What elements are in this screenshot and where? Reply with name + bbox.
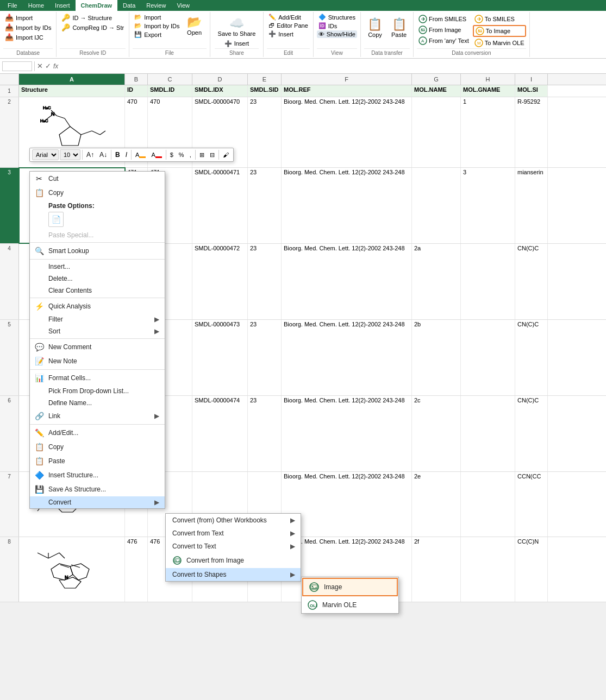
btn-import-ijc[interactable]: 📥 Import IJC bbox=[3, 33, 53, 42]
paste-option-1[interactable]: 📄 bbox=[48, 212, 64, 227]
cell-7-I[interactable]: CCN(CC bbox=[515, 472, 548, 537]
fmt-increase-size[interactable]: A↑ bbox=[84, 150, 96, 159]
cell-4-D[interactable]: SMDL-00000472 bbox=[192, 244, 248, 319]
ctx-convert-to-shapes[interactable]: Convert to Shapes ▶ bbox=[166, 568, 301, 581]
ctx-convert-from-text[interactable]: Convert from Text ▶ bbox=[166, 527, 301, 540]
font-family-select[interactable]: Arial bbox=[32, 149, 59, 160]
cell-7-F[interactable]: Bioorg. Med. Chem. Lett. 12(2)-2002 243-… bbox=[282, 472, 412, 537]
ctx-paste2[interactable]: 📋 Paste bbox=[30, 454, 165, 468]
ctx-convert-from-image[interactable]: Convert from Image bbox=[166, 553, 301, 568]
cell-8-I[interactable]: CC(C)N bbox=[515, 537, 548, 602]
fmt-decrease-size[interactable]: A↓ bbox=[97, 150, 109, 159]
btn-copy[interactable]: 📋 Copy bbox=[364, 15, 386, 40]
cell-4-H[interactable] bbox=[461, 244, 515, 319]
col-header-I[interactable]: I bbox=[515, 74, 548, 85]
ctx-add-edit[interactable]: ✏️ Add/Edit... bbox=[30, 426, 165, 440]
btn-file-export[interactable]: 💾 Export bbox=[133, 30, 181, 39]
cell-5-G[interactable]: 2b bbox=[412, 320, 461, 395]
cancel-formula-icon[interactable]: ✕ bbox=[37, 62, 43, 70]
btn-to-smiles[interactable]: To SMILES bbox=[473, 14, 526, 24]
cell-6-E[interactable]: 23 bbox=[248, 396, 282, 471]
cell-1-G[interactable]: MOL.NAME bbox=[412, 85, 461, 97]
col-header-D[interactable]: D bbox=[192, 74, 248, 85]
btn-file-import-ids[interactable]: 📂 Import by IDs bbox=[133, 22, 181, 30]
fmt-font-color[interactable]: A bbox=[149, 151, 164, 159]
ctx-shape-marvin-ole[interactable]: OLE Marvin OLE bbox=[302, 597, 398, 613]
ctx-new-comment[interactable]: 💬 New Comment bbox=[30, 340, 165, 354]
btn-import[interactable]: 📥 Import bbox=[3, 13, 53, 22]
ctx-copy[interactable]: 📋 Copy bbox=[30, 186, 165, 200]
fmt-paint[interactable]: 🖌 bbox=[221, 151, 231, 159]
cell-2-G[interactable] bbox=[412, 97, 461, 167]
btn-from-image[interactable]: From Image bbox=[417, 25, 471, 35]
cell-2-E[interactable]: 23 bbox=[248, 97, 282, 167]
cell-2-I[interactable]: R-95292 bbox=[515, 97, 548, 167]
fmt-borders[interactable]: ⊞ bbox=[197, 151, 207, 159]
confirm-formula-icon[interactable]: ✓ bbox=[45, 62, 51, 70]
ctx-convert-other-workbooks[interactable]: Convert (from) Other Workbooks ▶ bbox=[166, 514, 301, 527]
cell-3-H[interactable]: 3 bbox=[461, 168, 515, 243]
col-header-H[interactable]: H bbox=[461, 74, 515, 85]
cell-3-D[interactable]: SMDL-00000471 bbox=[192, 168, 248, 243]
ctx-define-name[interactable]: Define Name... bbox=[30, 397, 165, 409]
cell-8-G[interactable]: 2f bbox=[412, 537, 461, 602]
cell-5-H[interactable] bbox=[461, 320, 515, 395]
btn-ids[interactable]: 🆔 IDs bbox=[317, 22, 357, 30]
btn-edit-insert[interactable]: ➕ Insert bbox=[267, 30, 309, 38]
cell-1-B[interactable]: ID bbox=[125, 85, 148, 97]
ctx-delete[interactable]: Delete... bbox=[30, 273, 165, 285]
cell-3-E[interactable]: 23 bbox=[248, 168, 282, 243]
ribbon-tab-file[interactable]: File bbox=[2, 0, 23, 11]
fmt-percent[interactable]: % bbox=[177, 151, 186, 159]
btn-show-hide[interactable]: 👁 Show/Hide bbox=[317, 30, 357, 38]
btn-to-marvin-ole[interactable]: M To Marvin OLE bbox=[473, 38, 526, 48]
btn-file-import[interactable]: 📂 Import bbox=[133, 13, 181, 21]
fx-icon[interactable]: fx bbox=[53, 62, 58, 70]
row-num-2[interactable]: 2 bbox=[0, 97, 19, 167]
cell-1-I[interactable]: MOL.SI bbox=[515, 85, 548, 97]
btn-open[interactable]: 📂 Open bbox=[183, 13, 207, 38]
cell-1-D[interactable]: SMDL.IDX bbox=[192, 85, 248, 97]
ctx-paste-special[interactable]: Paste Special... bbox=[30, 229, 165, 241]
ctx-format-cells[interactable]: 📊 Format Cells... bbox=[30, 371, 165, 385]
cell-7-G[interactable]: 2e bbox=[412, 472, 461, 537]
cell-6-G[interactable]: 2c bbox=[412, 396, 461, 471]
btn-from-any-text[interactable]: A From 'any' Text bbox=[417, 36, 471, 46]
row-num-4[interactable]: 4 bbox=[0, 244, 19, 319]
ctx-convert-to-text[interactable]: Convert to Text ▶ bbox=[166, 540, 301, 553]
cell-4-I[interactable]: CN(C)C bbox=[515, 244, 548, 319]
cell-2-H[interactable]: 1 bbox=[461, 97, 515, 167]
ribbon-tab-chemdraw[interactable]: ChemDraw bbox=[76, 0, 117, 11]
col-header-A[interactable]: A bbox=[19, 74, 125, 85]
col-header-E[interactable]: E bbox=[248, 74, 282, 85]
btn-structures[interactable]: 🔷 Structures bbox=[317, 13, 357, 21]
ribbon-tab-home[interactable]: Home bbox=[23, 0, 49, 11]
cell-5-I[interactable]: CN(C)C bbox=[515, 320, 548, 395]
fmt-comma[interactable]: , bbox=[188, 151, 193, 159]
row-num-3[interactable]: 3 bbox=[0, 168, 19, 243]
col-header-C[interactable]: C bbox=[148, 74, 192, 85]
ctx-pick-dropdown[interactable]: Pick From Drop-down List... bbox=[30, 385, 165, 397]
ribbon-tab-view[interactable]: View bbox=[171, 0, 195, 11]
btn-compreg-id[interactable]: 🔑 CompReg ID → Str bbox=[60, 23, 126, 32]
fmt-merge[interactable]: ⊟ bbox=[208, 151, 217, 159]
ctx-link[interactable]: 🔗 Link ▶ bbox=[30, 409, 165, 423]
ctx-shape-image[interactable]: Image bbox=[302, 578, 398, 596]
cell-2-F[interactable]: Bioorg. Med. Chem. Lett. 12(2)-2002 243-… bbox=[282, 97, 412, 167]
cell-1-E[interactable]: SMDL.SID bbox=[248, 85, 282, 97]
fmt-bold[interactable]: B bbox=[113, 150, 122, 159]
col-header-G[interactable]: G bbox=[412, 74, 461, 85]
ctx-insert-structure[interactable]: 🔷 Insert Structure... bbox=[30, 468, 165, 482]
cell-4-G[interactable]: 2a bbox=[412, 244, 461, 319]
row-num-6[interactable]: 6 bbox=[0, 396, 19, 471]
cell-1-F[interactable]: MOL.REF bbox=[282, 85, 412, 97]
row-num-7[interactable]: 7 bbox=[0, 472, 19, 537]
ctx-insert[interactable]: Insert... bbox=[30, 261, 165, 273]
cell-7-H[interactable] bbox=[461, 472, 515, 537]
cell-6-D[interactable]: SMDL-00000474 bbox=[192, 396, 248, 471]
cell-6-H[interactable] bbox=[461, 396, 515, 471]
font-size-select[interactable]: 10 bbox=[60, 149, 80, 160]
cell-8-A[interactable]: N bbox=[19, 537, 125, 602]
cell-5-F[interactable]: Bioorg. Med. Chem. Lett. 12(2)-2002 243-… bbox=[282, 320, 412, 395]
cell-8-H[interactable] bbox=[461, 537, 515, 602]
